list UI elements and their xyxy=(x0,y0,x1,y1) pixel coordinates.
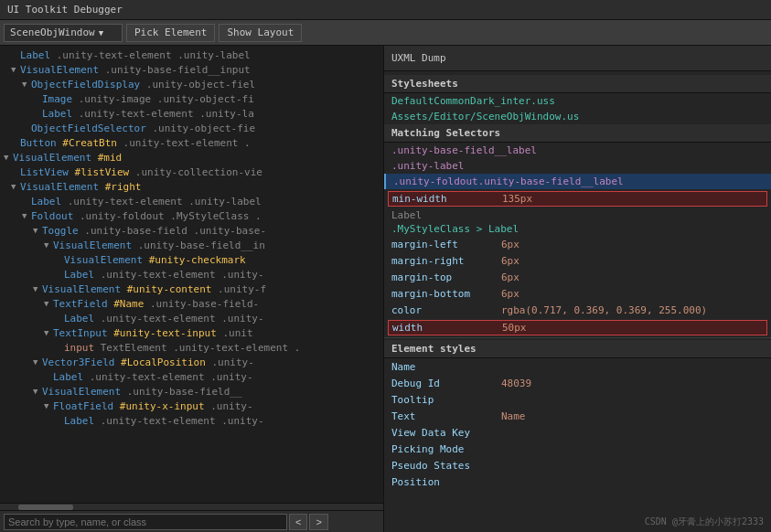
arrow-down-icon xyxy=(4,153,13,162)
divider xyxy=(384,337,771,338)
uxml-dump-button[interactable]: UXML Dump xyxy=(391,52,446,64)
scrollbar-thumb[interactable] xyxy=(18,505,73,510)
tree-item[interactable]: Image .unity-image .unity-object-fi xyxy=(0,91,383,106)
title-bar: UI Toolkit Debugger xyxy=(0,0,771,20)
tree-item[interactable]: Toggle .unity-base-field .unity-base- xyxy=(0,223,383,238)
prop-row: margin-top 6px xyxy=(384,269,771,285)
prop-row: margin-right 6px xyxy=(384,252,771,269)
mystyle-selector[interactable]: .MyStyleClass > Label xyxy=(384,222,771,236)
show-layout-button[interactable]: Show Layout xyxy=(219,24,302,42)
arrow-down-icon xyxy=(44,299,53,308)
no-arrow-icon xyxy=(44,372,53,381)
tree-item[interactable]: Label .unity-text-element .unity- xyxy=(0,413,383,428)
search-next-button[interactable]: > xyxy=(309,514,327,530)
pick-element-button[interactable]: Pick Element xyxy=(126,24,215,42)
tree-item[interactable]: FloatField #unity-x-input .unity- xyxy=(0,399,383,413)
element-style-row: View Data Key xyxy=(384,424,771,441)
tree-item[interactable]: Foldout .unity-foldout .MyStyleClass . xyxy=(0,208,383,223)
tree-item[interactable]: Label .unity-text-element .unity- xyxy=(0,369,383,384)
scene-obj-dropdown[interactable]: SceneObjWindow ▼ xyxy=(4,24,123,42)
arrow-down-icon xyxy=(44,240,53,250)
width-key: width xyxy=(392,322,502,334)
no-arrow-icon xyxy=(55,416,64,425)
arrow-down-icon xyxy=(33,284,42,293)
toolbar: SceneObjWindow ▼ Pick Element Show Layou… xyxy=(0,20,771,46)
arrow-down-icon xyxy=(33,357,42,367)
tree-item[interactable]: TextField #Name .unity-base-field- xyxy=(0,296,383,311)
arrow-down-icon xyxy=(22,80,31,89)
no-arrow-icon xyxy=(55,270,64,279)
tree-item[interactable]: Button #CreatBtn .unity-text-element . xyxy=(0,135,383,150)
arrow-down-icon xyxy=(33,226,42,235)
arrow-down-icon xyxy=(22,211,31,220)
width-row: width 50px xyxy=(388,320,767,335)
element-style-row: Name xyxy=(384,358,771,375)
tree-item[interactable]: input TextElement .unity-text-element . xyxy=(0,340,383,355)
tree-item[interactable]: VisualElement .unity-base-field__input xyxy=(0,62,383,77)
arrow-down-icon xyxy=(11,65,20,74)
element-style-row: Text Name xyxy=(384,408,771,424)
tree-item[interactable]: VisualElement #mid xyxy=(0,150,383,165)
search-input[interactable] xyxy=(4,514,287,530)
min-width-key: min-width xyxy=(392,193,502,205)
tree-item[interactable]: Label .unity-text-element .unity-la xyxy=(0,106,383,121)
prop-row: margin-left 6px xyxy=(384,236,771,252)
arrow-down-icon xyxy=(44,401,53,410)
element-style-row: Tooltip xyxy=(384,391,771,408)
tree-item[interactable]: Label .unity-text-element .unity- xyxy=(0,311,383,325)
tree-item[interactable]: ObjectFieldSelector .unity-object-fie xyxy=(0,121,383,135)
arrow-down-icon xyxy=(44,328,53,337)
tree-item[interactable]: ObjectFieldDisplay .unity-object-fiel xyxy=(0,77,383,91)
tree-item[interactable]: Label .unity-text-element .unity- xyxy=(0,267,383,282)
tree-item[interactable]: VisualElement #unity-checkmark xyxy=(0,252,383,267)
min-width-value: 135px xyxy=(502,193,532,205)
selector-row[interactable]: .unity-base-field__label xyxy=(384,143,771,158)
no-arrow-icon xyxy=(55,343,64,352)
stylesheet-item[interactable]: DefaultCommonDark_inter.uss xyxy=(384,93,771,109)
no-arrow-icon xyxy=(11,167,20,176)
right-content: Stylesheets DefaultCommonDark_inter.uss … xyxy=(384,71,771,532)
left-panel: Label .unity-text-element .unity-label V… xyxy=(0,46,384,532)
prop-row: color rgba(0.717, 0.369, 0.369, 255.000) xyxy=(384,302,771,318)
no-arrow-icon xyxy=(55,314,64,323)
tree-item[interactable]: ListView #listView .unity-collection-vie xyxy=(0,165,383,179)
main-layout: Label .unity-text-element .unity-label V… xyxy=(0,46,771,532)
label-subsection: Label xyxy=(384,208,771,222)
tree-item[interactable]: VisualElement #unity-content .unity-f xyxy=(0,282,383,296)
element-style-row: Position xyxy=(384,473,771,490)
tree-item[interactable]: VisualElement #right xyxy=(0,179,383,194)
element-styles-header: Element styles xyxy=(384,340,771,358)
selector-row-active[interactable]: .unity-foldout.unity-base-field__label xyxy=(384,174,771,189)
no-arrow-icon xyxy=(33,94,42,103)
no-arrow-icon xyxy=(55,255,64,264)
element-style-row: Pseudo States xyxy=(384,457,771,473)
no-arrow-icon xyxy=(22,197,31,206)
selector-row[interactable]: .unity-label xyxy=(384,158,771,174)
stylesheets-header: Stylesheets xyxy=(384,75,771,93)
search-bar: < > xyxy=(0,510,383,532)
horizontal-scrollbar[interactable] xyxy=(0,503,383,510)
tree-item[interactable]: Vector3Field #LocalPosition .unity- xyxy=(0,355,383,369)
no-arrow-icon xyxy=(11,50,20,59)
arrow-down-icon xyxy=(33,387,42,396)
element-style-row: Debug Id 48039 xyxy=(384,375,771,391)
element-styles-table: Name Debug Id 48039 Tooltip Text Name Vi… xyxy=(384,358,771,490)
stylesheet-item[interactable]: Assets/Editor/SceneObjWindow.us xyxy=(384,109,771,124)
tree-area[interactable]: Label .unity-text-element .unity-label V… xyxy=(0,46,383,503)
search-prev-button[interactable]: < xyxy=(289,514,307,530)
prop-row: margin-bottom 6px xyxy=(384,285,771,302)
tree-item[interactable]: Label .unity-text-element .unity-label xyxy=(0,48,383,62)
matching-selectors-header: Matching Selectors xyxy=(384,124,771,143)
element-style-row: Picking Mode xyxy=(384,441,771,457)
no-arrow-icon xyxy=(22,123,31,133)
tree-item[interactable]: Label .unity-text-element .unity-label xyxy=(0,194,383,208)
tree-item[interactable]: VisualElement .unity-base-field__in xyxy=(0,238,383,252)
properties-table: margin-left 6px margin-right 6px margin-… xyxy=(384,236,771,318)
watermark: CSDN @牙膏上的小苏打2333 xyxy=(645,516,764,528)
uxml-dump-bar: UXML Dump xyxy=(384,46,771,71)
tree-item[interactable]: TextInput #unity-text-input .unit xyxy=(0,325,383,340)
tree-item[interactable]: VisualElement .unity-base-field__ xyxy=(0,384,383,399)
right-panel: UXML Dump Stylesheets DefaultCommonDark_… xyxy=(384,46,771,532)
title-bar-text: UI Toolkit Debugger xyxy=(7,4,123,16)
width-value: 50px xyxy=(502,322,527,334)
